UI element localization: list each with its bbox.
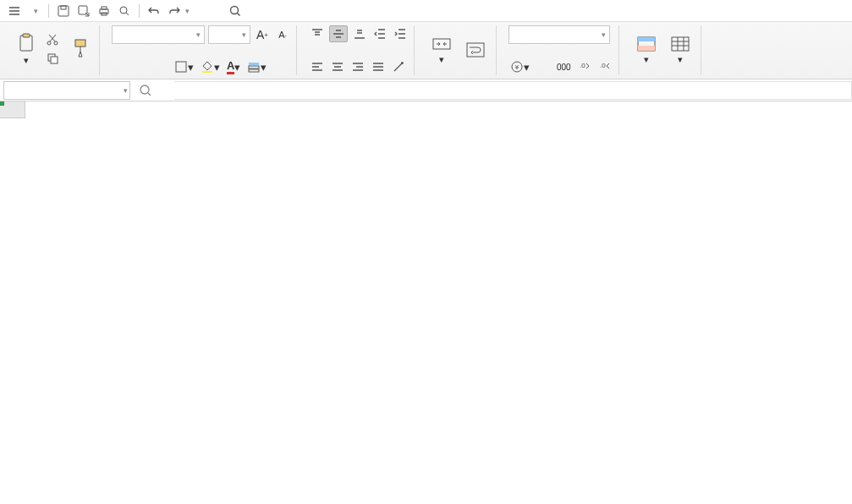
svg-rect-4 <box>102 7 107 9</box>
decrease-decimal-icon[interactable]: .0 <box>596 58 613 75</box>
svg-point-7 <box>231 6 239 14</box>
conditional-format-button[interactable]: ▾ <box>631 27 662 74</box>
cut-button[interactable] <box>44 31 63 48</box>
underline-button[interactable] <box>152 58 169 75</box>
svg-rect-18 <box>249 66 259 68</box>
svg-rect-20 <box>433 39 450 49</box>
align-bottom-icon[interactable] <box>351 25 368 42</box>
save-as-icon[interactable] <box>76 3 91 19</box>
ribbon-group-font: ▾ ▾ A+ A- ▾ ▾ A▾ ▾ <box>107 25 297 75</box>
select-all-corner[interactable] <box>0 101 25 118</box>
save-icon[interactable] <box>56 3 71 19</box>
fill-color-button[interactable]: ▾ <box>199 58 222 75</box>
copy-button[interactable] <box>44 50 63 67</box>
align-top-icon[interactable] <box>309 25 326 42</box>
align-left-icon[interactable] <box>309 58 326 75</box>
decrease-font-icon[interactable]: A- <box>274 26 291 43</box>
font-color-button[interactable]: A▾ <box>225 58 242 75</box>
svg-rect-15 <box>176 62 186 72</box>
svg-point-30 <box>140 85 149 94</box>
ribbon-group-styles: ▾ ▾ <box>626 25 701 75</box>
border-button[interactable]: ▾ <box>173 58 195 75</box>
cell-style-button[interactable]: ▾ <box>245 58 268 75</box>
font-name-select[interactable]: ▾ <box>112 25 205 44</box>
italic-button[interactable] <box>132 58 149 75</box>
formula-bar: ▾ <box>0 79 852 101</box>
menu-bar: ▾ ▾ <box>0 0 852 22</box>
ribbon-overflow <box>708 25 718 75</box>
name-box[interactable]: ▾ <box>3 81 130 100</box>
comma-icon[interactable]: 000 <box>555 58 573 75</box>
paste-button[interactable]: ▾ <box>12 25 41 73</box>
number-format-select[interactable]: ▾ <box>508 25 610 44</box>
paste-label: ▾ <box>24 55 29 66</box>
ribbon: ▾ ▾ ▾ A+ A- ▾ ▾ A▾ ▾ <box>0 22 852 79</box>
qat-more-icon[interactable]: ▾ <box>185 7 190 15</box>
svg-point-11 <box>54 41 58 45</box>
align-middle-icon[interactable] <box>329 25 348 42</box>
svg-rect-8 <box>20 36 32 51</box>
svg-text:.0: .0 <box>600 62 606 69</box>
table-style-button[interactable]: ▾ <box>665 27 695 74</box>
formula-input[interactable] <box>174 81 852 100</box>
separator <box>48 4 49 18</box>
svg-rect-1 <box>61 6 66 9</box>
svg-point-6 <box>120 7 127 14</box>
merge-center-button[interactable]: ▾ <box>426 27 457 74</box>
svg-rect-0 <box>58 6 69 16</box>
increase-indent-icon[interactable] <box>392 25 409 42</box>
chevron-down-icon: ▾ <box>196 30 201 39</box>
ribbon-group-align <box>304 25 415 75</box>
align-justify-icon[interactable] <box>370 58 387 75</box>
svg-rect-27 <box>638 37 655 41</box>
increase-font-icon[interactable]: A+ <box>254 26 271 43</box>
align-right-icon[interactable] <box>349 58 366 75</box>
svg-rect-28 <box>638 46 655 51</box>
svg-rect-16 <box>202 71 212 73</box>
redo-icon[interactable] <box>167 3 182 19</box>
svg-text:¥: ¥ <box>514 63 519 71</box>
decrease-indent-icon[interactable] <box>371 25 388 42</box>
align-center-icon[interactable] <box>329 58 346 75</box>
spreadsheet-grid[interactable] <box>0 101 852 504</box>
bold-button[interactable] <box>112 58 129 75</box>
chevron-down-icon: ▾ <box>124 86 128 95</box>
svg-rect-17 <box>249 63 259 65</box>
percent-icon[interactable] <box>535 58 552 75</box>
ribbon-group-merge: ▾ <box>421 25 497 75</box>
svg-rect-19 <box>249 69 259 72</box>
svg-rect-14 <box>75 40 85 47</box>
undo-icon[interactable] <box>146 3 162 19</box>
svg-rect-29 <box>672 37 689 51</box>
orientation-icon[interactable] <box>390 58 407 75</box>
print-icon[interactable] <box>96 3 112 19</box>
svg-rect-9 <box>23 34 30 37</box>
svg-text:.0: .0 <box>580 62 585 69</box>
svg-point-10 <box>47 41 51 45</box>
chevron-down-icon: ▾ <box>602 30 606 39</box>
search-button[interactable] <box>223 2 250 20</box>
ribbon-group-number: ▾ ¥▾ 000 .0 .0 <box>503 25 619 75</box>
chevron-down-icon: ▾ <box>242 30 246 39</box>
ribbon-group-clipboard: ▾ <box>7 25 100 75</box>
zoom-icon[interactable] <box>134 84 157 97</box>
separator <box>139 4 140 18</box>
font-size-select[interactable]: ▾ <box>208 25 250 44</box>
wrap-text-button[interactable] <box>460 27 491 74</box>
file-menu[interactable]: ▾ <box>25 4 43 18</box>
increase-decimal-icon[interactable]: .0 <box>576 58 593 75</box>
currency-icon[interactable]: ¥▾ <box>508 58 531 75</box>
chevron-down-icon: ▾ <box>34 7 38 15</box>
hamburger-icon[interactable] <box>7 3 22 19</box>
svg-rect-21 <box>467 43 484 57</box>
format-painter-button[interactable] <box>67 25 94 73</box>
print-preview-icon[interactable] <box>117 3 132 19</box>
svg-rect-13 <box>51 57 58 63</box>
